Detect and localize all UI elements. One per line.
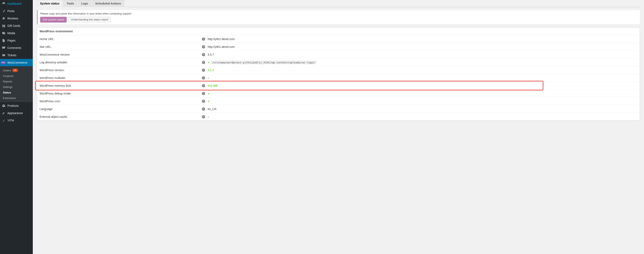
sidebar-item-media[interactable]: Media [0,29,33,37]
submenu-item-orders[interactable]: Orders 6 [0,67,33,73]
value-text: http://yith1.devel.com [208,45,235,48]
help-icon[interactable]: ? [202,100,205,103]
help-icon[interactable]: ? [202,76,205,80]
help-icon[interactable]: ? [202,107,205,111]
gift-icon [2,24,6,28]
row-value: http://yith1.devel.com [208,37,637,41]
help-cell: ? [200,107,208,111]
table-row: Site URL:?http://yith1.devel.com [37,43,640,51]
support-notice: Please copy and paste this information i… [37,10,640,24]
help-cell: ? [200,61,208,64]
row-value: 512 MB [208,84,637,87]
table-row: WordPress debug mode:?✔ [37,90,640,97]
row-label: WordPress version: [40,69,200,72]
help-icon[interactable]: ? [202,84,205,87]
tab-scheduled-actions[interactable]: Scheduled Actions [92,0,124,7]
sidebar-item-label: Pages [8,39,16,42]
sidebar-item-label: YITH [8,119,14,122]
tickets-icon [2,53,6,57]
table-row: WordPress cron:?✔ [37,97,640,105]
sidebar-item-gift-cards[interactable]: Gift Cards [0,22,33,29]
sidebar-item-label: Appearance [8,111,23,115]
sidebar-item-label: Media [8,31,15,35]
comments-icon [2,46,6,50]
sidebar-item-woocommerce[interactable]: woo WooCommerce [0,59,33,66]
submenu-item-label: Coupons [3,74,14,78]
admin-sidebar: Dashboard Posts Reviews Gift Cards Media… [0,0,33,129]
help-icon[interactable]: ? [202,61,205,64]
row-value: en_US [208,107,637,111]
sidebar-item-products[interactable]: Products [0,102,33,110]
checkmark-icon: ✔ [208,92,210,95]
help-cell: ? [200,68,208,72]
sidebar-item-comments[interactable]: Comments [0,44,33,52]
help-cell: ? [200,76,208,80]
sidebar-item-label: Comments [8,46,21,50]
help-icon[interactable]: ? [202,115,205,119]
sidebar-item-label: Gift Cards [8,24,20,28]
table-row: External object cache:?– [37,113,640,121]
sidebar-item-appearance[interactable]: Appearance [0,110,33,117]
tab-system-status[interactable]: System status [37,0,62,7]
checkmark-icon: ✔ [208,61,210,64]
yith-icon: y [2,119,6,123]
appearance-icon [2,111,6,115]
submenu-item-status[interactable]: Status [0,90,33,95]
main-content: System status Tools Logs Scheduled Actio… [33,0,644,129]
row-label: Site URL: [40,45,200,48]
help-icon[interactable]: ? [202,37,205,41]
sidebar-item-posts[interactable]: Posts [0,7,33,15]
row-value: – [208,76,637,80]
sidebar-item-yith[interactable]: y YITH [0,117,33,124]
row-value: ✔ [208,92,637,95]
tab-logs[interactable]: Logs [78,0,91,7]
help-icon[interactable]: ? [202,69,205,72]
pin-icon [2,9,6,13]
products-icon [2,104,6,108]
woocommerce-icon: woo [2,61,6,65]
table-row: Language:?en_US [37,105,640,113]
row-label: External object cache: [40,115,200,119]
row-value: – [208,115,637,119]
media-icon [2,31,6,35]
pages-icon [2,38,6,42]
understanding-status-report-button[interactable]: Understanding the status report [68,17,111,22]
help-cell: ? [200,37,208,41]
submenu-item-extensions[interactable]: Extensions [0,95,33,101]
table-row: Home URL:?http://yith1.devel.com [37,35,640,43]
table-row: WordPress multisite:?– [37,74,640,82]
submenu-item-reports[interactable]: Reports [0,79,33,84]
submenu-item-label: Status [3,91,11,94]
value-text: 512 MB [208,84,218,87]
tab-tools[interactable]: Tools [64,0,77,7]
sidebar-item-pages[interactable]: Pages [0,37,33,44]
help-cell: ? [200,115,208,119]
help-cell: ? [200,45,208,48]
panel-title: WordPress environment [37,28,640,35]
sidebar-item-dashboard[interactable]: Dashboard [0,0,33,7]
value-text: en_US [208,107,216,111]
table-row: Log directory writable:?✔ /srv/www/wordp… [37,58,640,66]
notice-text: Please copy and paste this information i… [40,12,638,15]
row-value: 3.5.7 [208,53,637,56]
row-value: http://yith1.devel.com [208,45,637,48]
sidebar-item-label: WooCommerce [8,61,27,64]
row-label: Home URL: [40,37,200,41]
submenu-item-coupons[interactable]: Coupons [0,73,33,79]
value-text: http://yith1.devel.com [208,37,235,41]
help-icon[interactable]: ? [202,53,205,56]
row-label: WordPress debug mode: [40,92,200,95]
get-system-report-button[interactable]: Get system report [40,17,66,22]
value-text: – [208,115,209,119]
submenu-item-settings[interactable]: Settings [0,84,33,90]
sidebar-item-label: Tickets [8,53,16,57]
sidebar-item-reviews[interactable]: Reviews [0,15,33,22]
help-cell: ? [200,84,208,87]
help-icon[interactable]: ? [202,45,205,48]
help-cell: ? [200,53,208,56]
woocommerce-submenu: Orders 6 Coupons Reports Settings Status… [0,66,33,102]
help-icon[interactable]: ? [202,92,205,95]
value-text: 3.5.7 [208,53,214,56]
sidebar-item-tickets[interactable]: Tickets [0,52,33,59]
dashboard-icon [2,2,6,6]
